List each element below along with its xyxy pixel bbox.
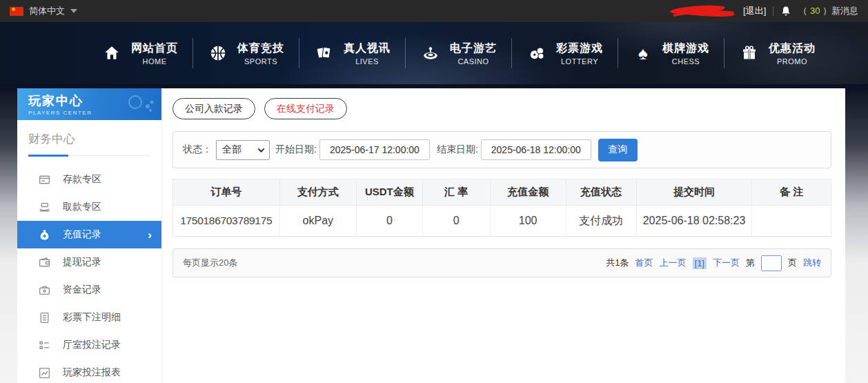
- sidebar-header: 玩家中心 PLAYERS CENTER: [17, 88, 161, 120]
- header-recharge-status: 充值状态: [566, 179, 636, 206]
- nav-item-lottery[interactable]: 彩票游戏 LOTTERY: [512, 41, 618, 66]
- sidebar-section: 财务中心: [17, 120, 161, 156]
- header-usdt-amount: USDT金额: [357, 179, 422, 206]
- sidebar-item-deposit[interactable]: 存款专区: [17, 166, 161, 193]
- total-count: 共1条: [606, 257, 629, 269]
- header-pay-method: 支付方式: [279, 179, 357, 206]
- sidebar-item-label: 提现记录: [63, 256, 101, 268]
- messages-count: 30: [810, 6, 820, 16]
- roulette-icon: [420, 43, 441, 63]
- sidebar-item-label: 厅室投注记录: [63, 339, 121, 351]
- nav-label-cn: 棋牌游戏: [662, 41, 709, 56]
- record-tabs: 公司入款记录 在线支付记录: [172, 98, 831, 119]
- sidebar-item-withdrawal-records[interactable]: 提现记录: [17, 248, 161, 276]
- main-navigation: 网站首页 HOME 体育竞技 SPORTS: [0, 22, 868, 84]
- status-label: 状态：: [183, 144, 212, 156]
- bell-icon[interactable]: [780, 6, 791, 17]
- end-date-label: 结束日期:: [437, 144, 478, 156]
- nav-label-en: CHESS: [662, 57, 709, 66]
- nav-item-casino[interactable]: 电子游艺 CASINO: [406, 41, 511, 66]
- status-select[interactable]: 全部: [216, 140, 270, 160]
- logout-link[interactable]: [退出]: [743, 5, 766, 17]
- section-underline: [28, 155, 150, 156]
- nav-label-cn: 真人视讯: [344, 41, 391, 56]
- sidebar-item-recharge-records[interactable]: 充值记录 ›: [17, 221, 161, 248]
- report-chart-icon: [38, 366, 50, 379]
- main-panel: 公司入款记录 在线支付记录 状态： 全部 开始日期: 结束日期: 查询 订单号: [162, 88, 845, 383]
- header-remark: 备 注: [752, 179, 831, 206]
- nav-label-cn: 彩票游戏: [556, 41, 603, 56]
- redacted-username: [669, 3, 736, 19]
- sidebar-menu: 存款专区 取款专区 充值记录 › 提现记录: [17, 166, 161, 383]
- sidebar-item-lottery-bet-detail[interactable]: 彩票下注明细: [17, 304, 161, 331]
- document-icon: [38, 311, 50, 324]
- playing-cards-icon: [314, 43, 335, 63]
- sidebar-item-withdraw-zone[interactable]: 取款专区: [17, 193, 161, 221]
- header-recharge-amount: 充值金额: [490, 179, 566, 206]
- header-exchange-rate: 汇 率: [422, 179, 490, 206]
- gift-icon: [739, 43, 760, 63]
- content-wrapper: 玩家中心 PLAYERS CENTER 财务中心 存款专区: [17, 88, 845, 383]
- sidebar-item-label: 资金记录: [63, 284, 101, 296]
- nav-label-cn: 体育竞技: [237, 41, 284, 56]
- wallet-icon: [38, 256, 50, 268]
- messages-open: （: [798, 6, 810, 16]
- nav-label-en: LIVES: [344, 57, 391, 66]
- filter-bar: 状态： 全部 开始日期: 结束日期: 查询: [172, 131, 831, 168]
- search-button[interactable]: 查询: [598, 139, 638, 161]
- nav-item-chess[interactable]: ♠ 棋牌游戏 CHESS: [618, 41, 724, 66]
- jump-page-input[interactable]: [761, 255, 782, 271]
- nav-label-en: LOTTERY: [556, 57, 603, 66]
- jump-go-link[interactable]: 跳转: [803, 257, 821, 269]
- next-page-link[interactable]: 下一页: [713, 257, 740, 269]
- cell-recharge-status: 支付成功: [566, 206, 636, 237]
- end-date-input[interactable]: [481, 139, 591, 160]
- chevron-right-icon: ›: [148, 229, 152, 241]
- sidebar-item-hall-bet-records[interactable]: 厅室投注记录: [17, 331, 161, 359]
- prev-page-link[interactable]: 上一页: [660, 257, 687, 269]
- chevron-down-icon: [70, 9, 77, 13]
- language-selector[interactable]: ★ 简体中文: [10, 5, 77, 17]
- chevron-down-icon: [258, 146, 265, 153]
- jump-label-after: 页: [788, 257, 797, 269]
- lottery-balls-icon: [526, 43, 547, 63]
- basketball-icon: [208, 43, 228, 63]
- header-order-no: 订单号: [173, 179, 280, 206]
- section-title: 财务中心: [28, 131, 150, 147]
- per-page-label: 每页显示20条: [183, 257, 237, 269]
- nav-item-promo[interactable]: 优惠活动 PROMO: [724, 41, 830, 66]
- cell-exchange-rate: 0: [422, 206, 490, 237]
- divider: [773, 6, 773, 16]
- nav-label-en: HOME: [131, 57, 178, 66]
- sidebar-item-label: 存款专区: [63, 173, 101, 186]
- nav-item-home[interactable]: 网站首页 HOME: [87, 41, 193, 66]
- top-bar: ★ 简体中文 [退出] （ 30 ）新消息: [0, 0, 868, 22]
- sidebar-item-fund-records[interactable]: 资金记录: [17, 276, 161, 304]
- nav-label-en: SPORTS: [237, 57, 284, 66]
- withdraw-hand-icon: [38, 201, 50, 213]
- nav-item-sports[interactable]: 体育竞技 SPORTS: [193, 41, 299, 66]
- china-flag-icon: ★: [10, 7, 23, 16]
- nav-label-cn: 电子游艺: [450, 41, 497, 56]
- deposit-machine-icon: [38, 173, 50, 186]
- sidebar-item-player-bet-report[interactable]: 玩家投注报表: [17, 359, 161, 383]
- nav-label-cn: 优惠活动: [769, 41, 816, 56]
- tab-company-deposit-records[interactable]: 公司入款记录: [172, 98, 255, 119]
- spade-icon: ♠: [633, 43, 653, 63]
- start-date-input[interactable]: [319, 139, 430, 160]
- nav-label-cn: 网站首页: [131, 41, 178, 56]
- home-icon: [101, 43, 122, 63]
- new-messages-link[interactable]: （ 30 ）新消息: [798, 5, 858, 17]
- sidebar: 玩家中心 PLAYERS CENTER 财务中心 存款专区: [17, 88, 162, 383]
- sidebar-item-label: 充值记录: [63, 228, 101, 241]
- header-submit-time: 提交时间: [636, 179, 752, 206]
- table-row: 1750186703789175 okPay 0 0 100 支付成功 2025…: [173, 206, 831, 237]
- records-table: 订单号 支付方式 USDT金额 汇 率 充值金额 充值状态 提交时间 备 注 1…: [172, 179, 831, 237]
- first-page-link[interactable]: 首页: [635, 257, 653, 269]
- jump-label-before: 第: [746, 257, 755, 269]
- tab-online-payment-records[interactable]: 在线支付记录: [264, 98, 347, 119]
- cell-order-no: 1750186703789175: [173, 206, 280, 237]
- nav-item-lives[interactable]: 真人视讯 LIVES: [299, 41, 405, 66]
- nav-label-en: PROMO: [769, 57, 816, 66]
- sidebar-item-label: 玩家投注报表: [63, 366, 121, 379]
